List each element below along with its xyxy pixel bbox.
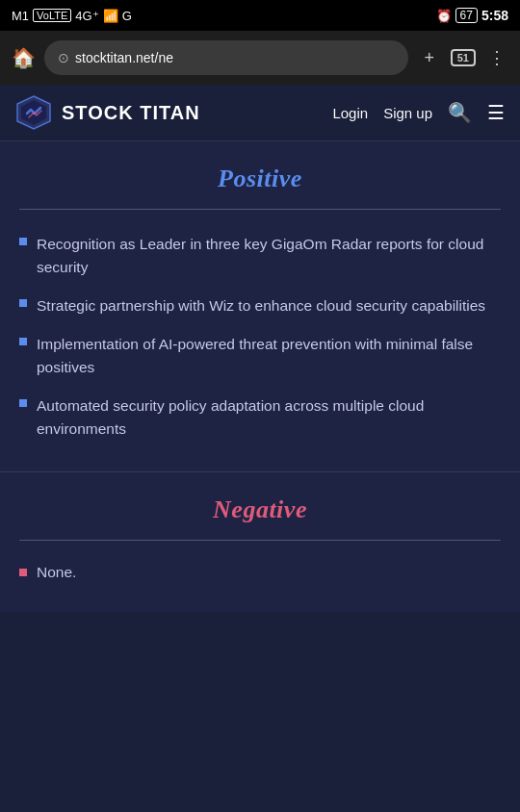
- positive-item-4: Automated security policy adaptation acr…: [37, 394, 501, 441]
- site-header: STOCK TITAN Login Sign up 🔍 ☰: [0, 85, 520, 141]
- tab-count-badge[interactable]: 51: [451, 49, 476, 66]
- wifi-icon: 📶: [103, 9, 118, 23]
- add-tab-button[interactable]: +: [416, 48, 443, 68]
- negative-section: Negative None.: [0, 472, 520, 612]
- url-text: stocktitan.net/ne: [75, 50, 173, 65]
- negative-section-title: Negative: [19, 495, 501, 524]
- negative-none-item: None.: [19, 564, 501, 581]
- signal-strength-icon: 4G⁺: [75, 9, 98, 23]
- alarm-icon: ⏰: [436, 9, 452, 23]
- negative-divider: [19, 540, 501, 541]
- list-item: Strategic partnership with Wiz to enhanc…: [19, 294, 501, 317]
- status-bar: M1 VoLTE 4G⁺ 📶 G ⏰ 67 5:58: [0, 0, 520, 31]
- list-item: Implementation of AI-powered threat prev…: [19, 333, 501, 379]
- carrier-label: M1: [12, 9, 29, 23]
- time-label: 5:58: [481, 8, 508, 23]
- login-link[interactable]: Login: [332, 105, 368, 121]
- signup-link[interactable]: Sign up: [383, 105, 432, 121]
- g-icon: G: [122, 9, 132, 23]
- list-item: Automated security policy adaptation acr…: [19, 394, 501, 441]
- bullet-icon: [19, 238, 27, 245]
- browser-chrome: 🏠 ⊙ stocktitan.net/ne + 51 ⋮: [0, 31, 520, 85]
- positive-section-title: Positive: [19, 165, 501, 193]
- browser-menu-button[interactable]: ⋮: [483, 47, 510, 68]
- search-icon[interactable]: 🔍: [448, 101, 472, 124]
- logo-container: STOCK TITAN: [15, 94, 200, 131]
- network-type-label: VoLTE: [33, 9, 71, 22]
- status-left: M1 VoLTE 4G⁺ 📶 G: [12, 9, 132, 23]
- home-icon[interactable]: 🏠: [10, 46, 37, 69]
- bullet-icon-red: [19, 569, 27, 576]
- positive-section: Positive Recognition as Leader in three …: [0, 141, 520, 472]
- positive-item-3: Implementation of AI-powered threat prev…: [37, 333, 501, 379]
- bullet-icon: [19, 338, 27, 345]
- bullet-icon: [19, 299, 27, 307]
- header-nav: Login Sign up 🔍 ☰: [332, 101, 505, 124]
- status-right: ⏰ 67 5:58: [436, 8, 508, 23]
- positive-bullet-list: Recognition as Leader in three key GigaO…: [19, 233, 501, 441]
- site-title: STOCK TITAN: [62, 102, 200, 124]
- url-bar[interactable]: ⊙ stocktitan.net/ne: [44, 40, 408, 75]
- battery-label: 67: [455, 8, 478, 23]
- positive-item-2: Strategic partnership with Wiz to enhanc…: [37, 294, 485, 317]
- hamburger-menu-icon[interactable]: ☰: [487, 101, 505, 124]
- negative-item-1: None.: [37, 564, 76, 581]
- logo-icon: [15, 94, 52, 131]
- positive-divider: [19, 209, 501, 210]
- site-icon: ⊙: [58, 50, 69, 65]
- list-item: Recognition as Leader in three key GigaO…: [19, 233, 501, 279]
- bullet-icon: [19, 399, 27, 407]
- positive-item-1: Recognition as Leader in three key GigaO…: [37, 233, 501, 279]
